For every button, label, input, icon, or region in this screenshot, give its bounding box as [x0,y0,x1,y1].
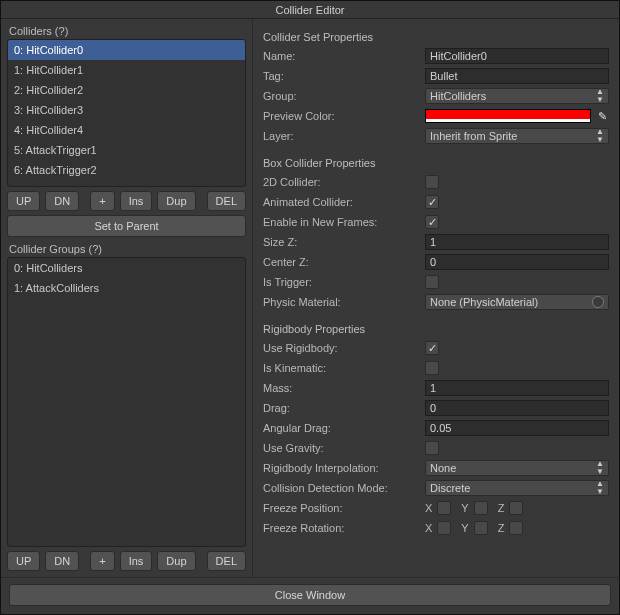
dn-button[interactable]: DN [45,191,79,211]
animated-label: Animated Collider: [263,196,425,208]
footer: Close Window [1,577,619,614]
trigger-label: Is Trigger: [263,276,425,288]
centerz-input[interactable] [425,254,609,270]
dn-button[interactable]: DN [45,551,79,571]
set-props-title: Collider Set Properties [263,31,609,43]
is2d-label: 2D Collider: [263,176,425,188]
freeze-pos-x-checkbox[interactable] [437,501,451,515]
tag-input[interactable] [425,68,609,84]
dup-button[interactable]: Dup [157,191,195,211]
object-picker-icon[interactable] [592,296,604,308]
updown-icon: ▲▼ [596,128,604,144]
updown-icon: ▲▼ [596,480,604,496]
list-item[interactable]: 5: AttackTrigger1 [8,140,245,160]
mass-label: Mass: [263,382,425,394]
colliders-list[interactable]: 0: HitCollider0 1: HitCollider1 2: HitCo… [7,39,246,187]
colliders-button-row: UP DN + Ins Dup DEL [7,191,246,211]
add-button[interactable]: + [90,551,114,571]
physmat-value: None (PhysicMaterial) [430,296,538,308]
enable-label: Enable in New Frames: [263,216,425,228]
updown-icon: ▲▼ [596,460,604,476]
drag-input[interactable] [425,400,609,416]
list-item[interactable]: 2: HitCollider2 [8,80,245,100]
preview-color-field[interactable] [425,109,591,123]
group-select-value: HitColliders [430,90,486,102]
name-label: Name: [263,50,425,62]
groups-list[interactable]: 0: HitColliders 1: AttackColliders [7,257,246,547]
axis-z-label: Z [498,522,505,534]
dup-button[interactable]: Dup [157,551,195,571]
freeze-pos-y-checkbox[interactable] [474,501,488,515]
gravity-checkbox[interactable] [425,441,439,455]
angular-drag-label: Angular Drag: [263,422,425,434]
groups-label: Collider Groups (?) [7,243,246,255]
close-window-button[interactable]: Close Window [9,584,611,606]
freeze-pos-z-checkbox[interactable] [509,501,523,515]
list-item[interactable]: 1: HitCollider1 [8,60,245,80]
list-item[interactable]: 3: HitCollider3 [8,100,245,120]
list-item[interactable]: 1: AttackColliders [8,278,245,298]
list-item[interactable]: 6: AttackTrigger2 [8,160,245,180]
list-item[interactable]: 0: HitColliders [8,258,245,278]
list-item[interactable]: 0: HitCollider0 [8,40,245,60]
freeze-rot-y-checkbox[interactable] [474,521,488,535]
axis-x-label: X [425,522,432,534]
mass-input[interactable] [425,380,609,396]
cdm-label: Collision Detection Mode: [263,482,425,494]
use-rb-label: Use Rigidbody: [263,342,425,354]
set-to-parent-button[interactable]: Set to Parent [7,215,246,237]
freeze-rot-z-checkbox[interactable] [509,521,523,535]
freeze-pos-label: Freeze Position: [263,502,425,514]
drag-label: Drag: [263,402,425,414]
enable-checkbox[interactable] [425,215,439,229]
cdm-select-value: Discrete [430,482,470,494]
collider-editor-window: Collider Editor Colliders (?) 0: HitColl… [0,0,620,615]
add-button[interactable]: + [90,191,114,211]
content-area: Colliders (?) 0: HitCollider0 1: HitColl… [1,19,619,577]
freeze-rot-row: X Y Z [425,521,523,535]
axis-y-label: Y [461,522,468,534]
interp-select-value: None [430,462,456,474]
group-select[interactable]: HitColliders ▲▼ [425,88,609,104]
freeze-rot-label: Freeze Rotation: [263,522,425,534]
window-title: Collider Editor [1,1,619,19]
kinematic-checkbox[interactable] [425,361,439,375]
color-swatch [426,110,590,119]
sizez-label: Size Z: [263,236,425,248]
layer-label: Layer: [263,130,425,142]
rb-props-title: Rigidbody Properties [263,323,609,335]
del-button[interactable]: DEL [207,191,246,211]
group-label: Group: [263,90,425,102]
axis-z-label: Z [498,502,505,514]
up-button[interactable]: UP [7,191,40,211]
freeze-rot-x-checkbox[interactable] [437,521,451,535]
alpha-bar [426,119,590,122]
trigger-checkbox[interactable] [425,275,439,289]
freeze-pos-row: X Y Z [425,501,523,515]
animated-checkbox[interactable] [425,195,439,209]
list-item[interactable]: 4: HitCollider4 [8,120,245,140]
sizez-input[interactable] [425,234,609,250]
axis-x-label: X [425,502,432,514]
axis-y-label: Y [461,502,468,514]
interp-select[interactable]: None ▲▼ [425,460,609,476]
physmat-object-field[interactable]: None (PhysicMaterial) [425,294,609,310]
ins-button[interactable]: Ins [120,191,153,211]
groups-button-row: UP DN + Ins Dup DEL [7,551,246,571]
name-input[interactable] [425,48,609,64]
box-props-title: Box Collider Properties [263,157,609,169]
layer-select-value: Inherit from Sprite [430,130,517,142]
layer-select[interactable]: Inherit from Sprite ▲▼ [425,128,609,144]
ins-button[interactable]: Ins [120,551,153,571]
gravity-label: Use Gravity: [263,442,425,454]
cdm-select[interactable]: Discrete ▲▼ [425,480,609,496]
colliders-label: Colliders (?) [7,25,246,37]
use-rb-checkbox[interactable] [425,341,439,355]
up-button[interactable]: UP [7,551,40,571]
updown-icon: ▲▼ [596,88,604,104]
tag-label: Tag: [263,70,425,82]
angular-drag-input[interactable] [425,420,609,436]
is2d-checkbox[interactable] [425,175,439,189]
del-button[interactable]: DEL [207,551,246,571]
eyedropper-icon[interactable]: ✎ [595,109,609,123]
